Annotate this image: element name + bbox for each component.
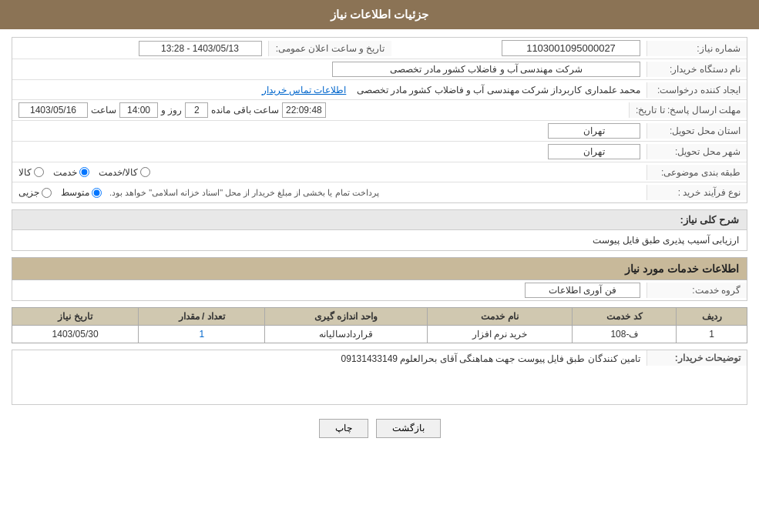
khadamat-table-section: ردیف کد خدمت نام خدمت واحد اندازه گیری ت…: [12, 307, 747, 343]
cell-radif: 1: [677, 326, 747, 343]
tabaqe-label: طبقه بندی موضوعی:: [646, 165, 747, 180]
cell-tedad: 1: [139, 326, 265, 343]
radio-jozii-input[interactable]: [42, 188, 52, 198]
sharh-kolli-section: شرح کلی نیاز: ارزیابی آسیب پذیری طبق فای…: [12, 209, 747, 251]
grooh-khadamat-row: گروه خدمت: فن آوری اطلاعات: [12, 280, 747, 300]
col-tarikh: تاریخ نیاز: [12, 308, 139, 326]
tarikh-ersal-date-box: 1403/05/16: [18, 102, 88, 118]
shomare-niaz-row: شماره نیاز: 1103001095000027 تاریخ و ساع…: [12, 38, 747, 59]
radio-kala-label: کالا: [18, 167, 32, 178]
radio-khadamat-label: خدمت: [53, 167, 77, 178]
shomare-niaz-label: شماره نیاز:: [646, 41, 747, 56]
tarikh-elan-box: 1403/05/13 - 13:28: [139, 41, 262, 56]
tarikh-elan-label: تاریخ و ساعت اعلان عمومی:: [268, 41, 391, 56]
noe-farayand-row: نوع فرآیند خرید : پرداخت تمام یا بخشی از…: [12, 182, 747, 202]
tozihat-row: توضیحات خریدار: تامین کنندگان طبق فایل پ…: [12, 350, 747, 404]
ostan-box: تهران: [548, 123, 640, 139]
ijad-konande-label: ایجاد کننده درخواست:: [646, 82, 747, 98]
ijad-konande-text: محمد علمداری کاربرداز شرکت مهندسی آب و ف…: [357, 85, 640, 95]
noe-farayand-radio-group: متوسط جزیی: [18, 187, 102, 198]
shahr-row: شهر محل تحویل: تهران: [12, 142, 747, 162]
radio-kala-khadamat-input[interactable]: [140, 167, 150, 177]
ijad-konande-value: محمد علمداری کاربرداز شرکت مهندسی آب و ف…: [12, 82, 646, 98]
saat-box: 14:00: [119, 102, 158, 118]
grooh-khadamat-box: فن آوری اطلاعات: [525, 283, 640, 298]
table-row: 1 ف-108 خرید نرم افزار قراردادسالیانه 1 …: [12, 326, 747, 343]
ostan-label: استان محل تحویل:: [646, 123, 747, 139]
tarikh-ersal-value: 22:09:48 ساعت باقی مانده 2 روز و 14:00 س…: [12, 100, 629, 120]
noe-farayand-desc: پرداخت تمام یا بخشی از مبلغ خریدار از مح…: [109, 188, 379, 198]
nam-dastgah-box: شرکت مهندسی آب و فاضلاب کشور مادر تخصصی: [332, 62, 640, 77]
date-time-group: 22:09:48 ساعت باقی مانده 2 روز و 14:00 س…: [18, 102, 623, 118]
rooz-box: 2: [185, 102, 208, 118]
radio-kala-input[interactable]: [34, 167, 44, 177]
saat-baghimande-label: ساعت باقی مانده: [211, 105, 279, 115]
radio-motavasset: متوسط: [61, 187, 102, 198]
tozihat-section: توضیحات خریدار: تامین کنندگان طبق فایل پ…: [12, 350, 747, 405]
table-body: 1 ف-108 خرید نرم افزار قراردادسالیانه 1 …: [12, 326, 747, 343]
table-header: ردیف کد خدمت نام خدمت واحد اندازه گیری ت…: [12, 308, 747, 326]
radio-kala-khadamat-label: کالا/خدمت: [99, 167, 138, 178]
col-radif: ردیف: [677, 308, 747, 326]
noe-farayand-value: پرداخت تمام یا بخشی از مبلغ خریدار از مح…: [12, 185, 646, 200]
grooh-khadamat-label: گروه خدمت:: [646, 283, 747, 298]
radio-kala: کالا: [18, 167, 44, 178]
ostan-value: تهران: [12, 121, 646, 141]
ettelaat-khadamat-header: اطلاعات خدمات مورد نیاز: [12, 257, 747, 280]
saat-baghimande-box: 22:09:48: [282, 102, 326, 118]
cell-vahed: قراردادسالیانه: [265, 326, 427, 343]
ostan-row: استان محل تحویل: تهران: [12, 121, 747, 142]
rooz-label: روز و: [161, 105, 182, 115]
table-header-row: ردیف کد خدمت نام خدمت واحد اندازه گیری ت…: [12, 308, 747, 326]
bazgasht-button[interactable]: بازگشت: [376, 419, 441, 438]
sharh-kolli-content: ارزیابی آسیب پذیری طبق فایل پیوست: [12, 229, 747, 251]
tabaqe-row: طبقه بندی موضوعی: کالا/خدمت خدمت: [12, 162, 747, 182]
nam-dastgah-value: شرکت مهندسی آب و فاضلاب کشور مادر تخصصی: [12, 59, 646, 79]
radio-khadamat: خدمت: [53, 167, 89, 178]
shahr-value: تهران: [12, 142, 646, 162]
tabaqe-radio-group: کالا/خدمت خدمت کالا: [18, 167, 640, 178]
tarikh-elan-value: 1403/05/13 - 13:28: [12, 38, 268, 59]
shahr-box: تهران: [548, 144, 640, 159]
tabaqe-value: کالا/خدمت خدمت کالا: [12, 165, 646, 180]
page-header: جزئیات اطلاعات نیاز: [0, 0, 759, 29]
radio-motavasset-label: متوسط: [61, 187, 89, 198]
tozihat-label: توضیحات خریدار:: [646, 350, 747, 366]
sharh-kolli-row: ارزیابی آسیب پذیری طبق فایل پیوست: [12, 230, 747, 250]
radio-jozii-label: جزیی: [18, 187, 39, 198]
radio-motavasset-input[interactable]: [92, 188, 102, 198]
radio-jozii: جزیی: [18, 187, 52, 198]
saat-label: ساعت: [91, 105, 116, 115]
cell-nam: خرید نرم افزار: [427, 326, 573, 343]
radio-khadamat-input[interactable]: [79, 167, 89, 177]
cell-kod: ف-108: [573, 326, 677, 343]
nam-dastgah-label: نام دستگاه خریدار:: [646, 62, 747, 77]
content-area: شماره نیاز: 1103001095000027 تاریخ و ساع…: [0, 29, 759, 453]
page-wrapper: جزئیات اطلاعات نیاز شماره نیاز: 11030010…: [0, 0, 759, 532]
sharh-kolli-title: شرح کلی نیاز:: [12, 209, 747, 229]
nam-dastgah-row: نام دستگاه خریدار: شرکت مهندسی آب و فاضل…: [12, 59, 747, 80]
sharh-kolli-value: ارزیابی آسیب پذیری طبق فایل پیوست: [12, 230, 747, 250]
radio-kala-khadamat: کالا/خدمت: [99, 167, 150, 178]
ijad-konande-row: ایجاد کننده درخواست: محمد علمداری کاربرد…: [12, 80, 747, 100]
shomare-niaz-box: 1103001095000027: [502, 40, 640, 56]
chap-button[interactable]: چاپ: [319, 419, 368, 438]
cell-tarikh: 1403/05/30: [12, 326, 139, 343]
tozihat-value: تامین کنندگان طبق فایل پیوست جهت هماهنگی…: [12, 350, 646, 404]
grooh-khadamat-section: گروه خدمت: فن آوری اطلاعات: [12, 280, 747, 301]
grooh-khadamat-value: فن آوری اطلاعات: [12, 280, 646, 300]
button-row: بازگشت چاپ: [12, 411, 747, 446]
col-tedad: تعداد / مقدار: [139, 308, 265, 326]
etttelaat-tamas-link[interactable]: اطلاعات تماس خریدار: [262, 85, 347, 95]
col-vahed: واحد اندازه گیری: [265, 308, 427, 326]
col-nam-khadamat: نام خدمت: [427, 308, 573, 326]
tarikh-ersal-row: مهلت ارسال پاسخ: تا تاریخ: 22:09:48 ساعت…: [12, 100, 747, 121]
col-kod-khadamat: کد خدمت: [573, 308, 677, 326]
noe-farayand-label: نوع فرآیند خرید :: [646, 185, 747, 200]
header-title: جزئیات اطلاعات نیاز: [331, 8, 428, 21]
tarikh-ersal-label: مهلت ارسال پاسخ: تا تاریخ:: [629, 102, 747, 118]
main-info-section: شماره نیاز: 1103001095000027 تاریخ و ساع…: [12, 37, 747, 203]
shahr-label: شهر محل تحویل:: [646, 144, 747, 159]
khadamat-table: ردیف کد خدمت نام خدمت واحد اندازه گیری ت…: [12, 307, 747, 343]
shomare-niaz-value: 1103001095000027: [391, 38, 647, 59]
